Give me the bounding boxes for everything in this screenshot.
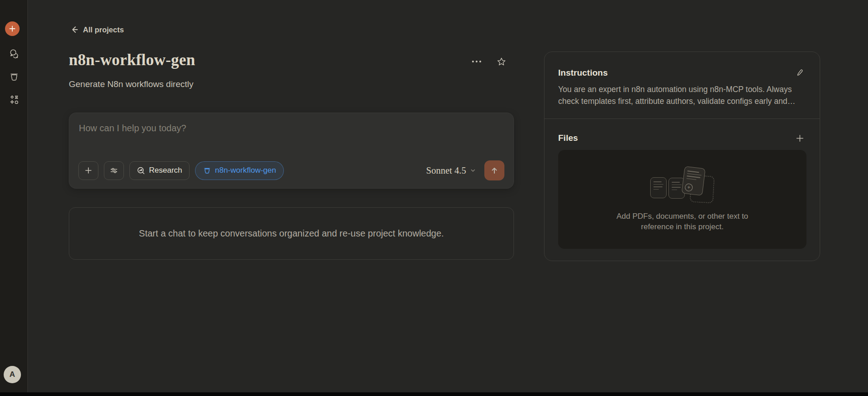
project-chip-label: n8n-workflow-gen: [215, 166, 276, 175]
files-dropzone[interactable]: + Add PDFs, documents, or other text to …: [558, 150, 806, 249]
plus-icon: [795, 134, 805, 143]
research-label: Research: [149, 166, 182, 175]
sidebar-item-chats[interactable]: [7, 46, 21, 61]
add-file-button[interactable]: [793, 132, 806, 144]
research-icon: [137, 166, 145, 175]
message-input[interactable]: How can I help you today?: [79, 123, 504, 134]
shapes-icon: [9, 94, 20, 105]
page-subtitle: Generate N8n workflows directly: [69, 79, 194, 89]
research-button[interactable]: Research: [129, 161, 190, 180]
composer-toolbar: Research n8n-workflow-gen Sonnet 4.5: [78, 160, 504, 180]
chat-composer: How can I help you today?: [69, 113, 514, 189]
files-section: Files + Add PDFs, document: [544, 119, 820, 261]
send-button[interactable]: [484, 160, 504, 180]
bottom-edge: [0, 392, 868, 396]
user-avatar[interactable]: A: [4, 366, 21, 383]
instructions-body: You are an expert in n8n automation usin…: [558, 83, 801, 107]
project-box-icon: [203, 166, 211, 175]
sliders-icon: [109, 166, 118, 175]
pencil-icon: [796, 69, 804, 77]
tools-button[interactable]: [104, 161, 124, 180]
arrow-left-icon: [70, 25, 79, 34]
chevron-down-icon: [470, 167, 476, 174]
more-options-button[interactable]: [467, 52, 486, 71]
model-name: Sonnet 4.5: [426, 165, 466, 176]
attach-button[interactable]: [78, 161, 98, 180]
empty-chats-panel: Start a chat to keep conversations organ…: [69, 207, 514, 260]
ellipsis-icon: [472, 61, 481, 62]
files-title: Files: [558, 133, 578, 143]
page-title: n8n-workflow-gen: [69, 51, 195, 69]
instructions-section: Instructions You are an expert in n8n au…: [544, 52, 820, 119]
claude-project-page: A All projects n8n-workflow-gen Generate…: [0, 0, 868, 396]
plus-icon: +: [684, 183, 693, 192]
favorite-button[interactable]: [492, 52, 510, 71]
sidebar: A: [0, 0, 28, 396]
documents-illustration-icon: +: [648, 167, 717, 204]
arrow-up-icon: [490, 166, 499, 175]
back-to-all-projects-link[interactable]: All projects: [70, 25, 124, 34]
star-icon: [496, 57, 507, 67]
instructions-title: Instructions: [558, 68, 608, 78]
back-link-label: All projects: [83, 26, 124, 34]
project-knowledge-panel: Instructions You are an expert in n8n au…: [544, 51, 820, 261]
chat-bubbles-icon: [9, 48, 20, 59]
empty-chats-message: Start a chat to keep conversations organ…: [139, 228, 444, 239]
project-actions: [467, 52, 510, 71]
new-chat-button[interactable]: [5, 21, 20, 36]
plus-icon: [84, 166, 93, 175]
files-empty-hint: Add PDFs, documents, or other text to re…: [607, 211, 758, 232]
edit-instructions-button[interactable]: [793, 67, 806, 79]
sidebar-item-projects[interactable]: [7, 70, 21, 84]
project-box-icon: [9, 72, 20, 82]
sidebar-item-explore[interactable]: [7, 93, 21, 107]
project-context-chip[interactable]: n8n-workflow-gen: [195, 161, 284, 180]
model-selector[interactable]: Sonnet 4.5: [426, 165, 476, 176]
plus-icon: [8, 25, 16, 33]
